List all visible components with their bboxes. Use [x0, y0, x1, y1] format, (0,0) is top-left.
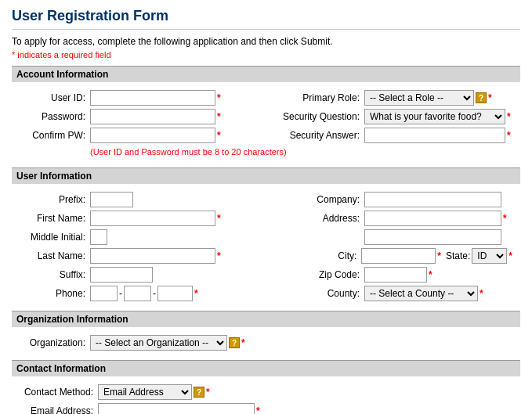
- zip-code-input[interactable]: [364, 267, 427, 283]
- middle-initial-input[interactable]: [90, 229, 107, 245]
- city-label: City:: [275, 250, 361, 261]
- address2-input[interactable]: [364, 229, 501, 245]
- primary-role-help-icon[interactable]: ?: [476, 92, 487, 103]
- county-required: *: [480, 288, 483, 299]
- address-required: *: [503, 213, 507, 224]
- prefix-input[interactable]: [90, 192, 133, 207]
- lastname-city-row: Last Name: * City: * State: ID *: [20, 248, 512, 264]
- org-label: Organization:: [20, 337, 90, 348]
- account-section-content: User ID: * Primary Role: -- Select a Rol…: [12, 87, 520, 167]
- state-required: *: [508, 250, 512, 261]
- intro-text: To apply for access, complete the follow…: [12, 36, 520, 47]
- user-id-row: User ID: * Primary Role: -- Select a Rol…: [20, 90, 512, 106]
- contact-method-select[interactable]: Email Address: [98, 384, 192, 400]
- first-name-label: First Name:: [20, 213, 90, 224]
- primary-role-label: Primary Role:: [278, 92, 364, 103]
- county-select[interactable]: -- Select a County --: [364, 286, 478, 301]
- email-address-label: Email Address:: [20, 405, 98, 414]
- address-input[interactable]: [364, 211, 501, 226]
- user-section-header: User Information: [12, 167, 520, 184]
- security-question-select[interactable]: What is your favorite food?: [364, 109, 505, 124]
- user-section-content: Prefix: Company: First Name: * Address: …: [12, 189, 520, 311]
- phone-label: Phone:: [20, 288, 90, 299]
- user-id-input[interactable]: [90, 90, 215, 106]
- security-question-required: *: [507, 111, 511, 122]
- suffix-zip-row: Suffix: Zip Code: *: [20, 267, 512, 283]
- city-input[interactable]: [361, 248, 436, 264]
- email-address-input[interactable]: [98, 403, 255, 414]
- org-required: *: [241, 337, 245, 348]
- org-help-icon[interactable]: ?: [229, 337, 240, 348]
- city-required: *: [437, 250, 441, 261]
- primary-role-required: *: [488, 92, 492, 103]
- middle-initial-label: Middle Initial:: [20, 232, 90, 243]
- phone-county-row: Phone: - - * County: -- Select a County …: [20, 286, 512, 301]
- prefix-company-row: Prefix: Company:: [20, 192, 512, 207]
- required-note: * indicates a required field: [12, 50, 520, 59]
- company-input[interactable]: [364, 192, 501, 207]
- contact-method-help-icon[interactable]: ?: [194, 387, 204, 398]
- last-name-input[interactable]: [90, 248, 215, 264]
- phone-number-input[interactable]: [157, 286, 193, 301]
- page-title: User Registration Form: [12, 8, 520, 30]
- contact-method-required: *: [206, 387, 210, 398]
- confirm-pw-required: *: [217, 130, 221, 141]
- primary-role-select[interactable]: -- Select a Role --: [364, 90, 474, 106]
- phone-area-input[interactable]: [90, 286, 118, 301]
- email-row: Email Address: *: [20, 403, 512, 414]
- zip-required: *: [429, 269, 432, 280]
- county-label: County:: [278, 288, 364, 299]
- org-section-content: Organization: -- Select an Organization …: [12, 332, 520, 360]
- last-name-required: *: [217, 250, 221, 261]
- address-label: Address:: [278, 213, 364, 224]
- contact-section-content: Contact Method: Email Address ? * Email …: [12, 381, 520, 414]
- org-row: Organization: -- Select an Organization …: [20, 335, 512, 351]
- confirm-pw-row: Confirm PW: * Security Answer: *: [20, 128, 512, 143]
- security-answer-input[interactable]: [364, 128, 505, 143]
- confirm-pw-input[interactable]: [90, 128, 215, 143]
- account-note: (User ID and Password must be 8 to 20 ch…: [20, 146, 512, 158]
- user-id-required: *: [217, 92, 221, 103]
- state-label: State:: [446, 250, 470, 261]
- contact-method-row: Contact Method: Email Address ? *: [20, 384, 512, 400]
- first-name-required: *: [217, 213, 221, 224]
- password-row: Password: * Security Question: What is y…: [20, 109, 512, 124]
- first-name-input[interactable]: [90, 211, 215, 226]
- org-select[interactable]: -- Select an Organization --: [90, 335, 227, 351]
- phone-prefix-input[interactable]: [124, 286, 151, 301]
- phone-sep2: -: [153, 288, 156, 299]
- middle-initial-address2-row: Middle Initial:: [20, 229, 512, 245]
- password-label: Password:: [20, 111, 90, 122]
- org-section-header: Organization Information: [12, 311, 520, 327]
- password-input[interactable]: [90, 109, 215, 124]
- phone-sep1: -: [119, 288, 122, 299]
- firstname-address-row: First Name: * Address: *: [20, 211, 512, 226]
- last-name-label: Last Name:: [20, 250, 90, 261]
- user-id-label: User ID:: [20, 92, 90, 103]
- account-section-header: Account Information: [12, 66, 520, 82]
- suffix-input[interactable]: [90, 267, 153, 283]
- state-select[interactable]: ID: [472, 248, 507, 264]
- company-label: Company:: [278, 194, 364, 205]
- prefix-label: Prefix:: [20, 194, 90, 205]
- email-required: *: [256, 405, 260, 414]
- security-question-label: Security Question:: [278, 111, 364, 122]
- security-answer-label: Security Answer:: [278, 130, 364, 141]
- confirm-pw-label: Confirm PW:: [20, 130, 90, 141]
- contact-method-label: Contact Method:: [20, 387, 98, 398]
- phone-group: - -: [90, 286, 193, 301]
- phone-required: *: [194, 288, 198, 299]
- suffix-label: Suffix:: [20, 269, 90, 280]
- security-answer-required: *: [507, 130, 511, 141]
- password-required: *: [217, 111, 221, 122]
- zip-code-label: Zip Code:: [278, 269, 364, 280]
- contact-section-header: Contact Information: [12, 360, 520, 376]
